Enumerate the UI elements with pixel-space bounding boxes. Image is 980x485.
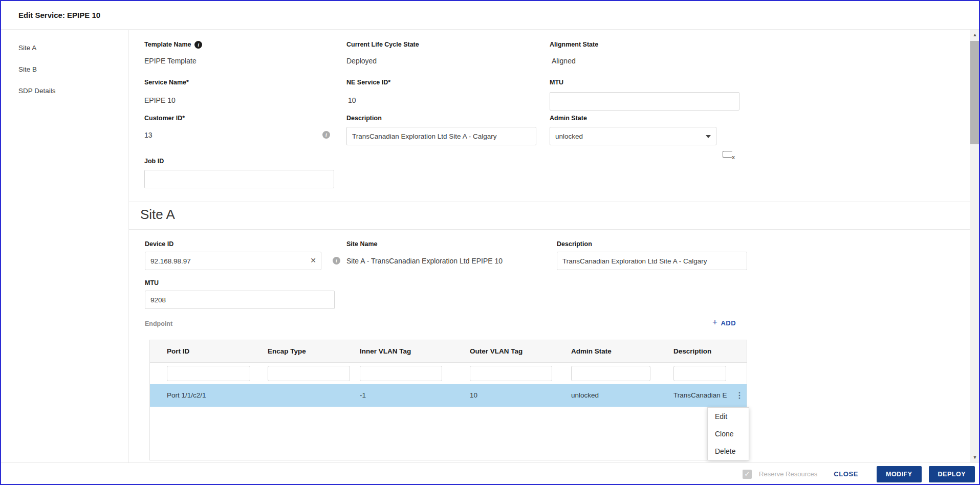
kebab-menu-icon[interactable]: ⋮ bbox=[734, 390, 745, 401]
dialog-title: Edit Service: EPIPE 10 bbox=[18, 11, 100, 19]
endpoint-table-filter-row bbox=[150, 363, 747, 384]
footer-bar: ✓ Reserve Resources CLOSE MODIFY DEPLOY bbox=[1, 462, 979, 485]
clear-icon[interactable]: ✕ bbox=[310, 256, 316, 264]
menu-item-delete[interactable]: Delete bbox=[708, 443, 749, 460]
service-name-label: Service Name* bbox=[144, 79, 189, 86]
table-row[interactable]: Port 1/1/c2/1 -1 10 unlocked TransCanadi… bbox=[150, 384, 747, 407]
customer-id-value: 13 bbox=[144, 131, 153, 139]
cell-description: TransCanadian E bbox=[673, 391, 731, 399]
customer-id-label: Customer ID* bbox=[144, 115, 185, 122]
template-name-value: EPIPE Template bbox=[144, 57, 197, 65]
mtu-label: MTU bbox=[550, 79, 563, 86]
filter-input-description[interactable] bbox=[673, 366, 726, 381]
add-endpoint-button[interactable]: + ADD bbox=[712, 318, 736, 327]
sidebar-item-site-a[interactable]: Site A bbox=[1, 37, 128, 59]
menu-item-edit[interactable]: Edit bbox=[708, 408, 749, 425]
sidebar: Site A Site B SDP Details bbox=[1, 30, 128, 462]
cell-admin-state: unlocked bbox=[571, 391, 599, 399]
edit-service-dialog: Edit Service: EPIPE 10 Site A Site B SDP… bbox=[0, 0, 980, 485]
service-name-value: EPIPE 10 bbox=[144, 96, 176, 104]
filter-input-encap-type[interactable] bbox=[268, 366, 350, 381]
scrollbar-thumb[interactable] bbox=[970, 41, 979, 144]
filter-input-outer-vlan[interactable] bbox=[470, 366, 552, 381]
alignment-state-label: Alignment State bbox=[550, 41, 598, 48]
alignment-state-value: Aligned bbox=[552, 57, 576, 65]
site-a-description-label: Description bbox=[557, 240, 592, 248]
site-a-mtu-label: MTU bbox=[145, 279, 159, 286]
device-id-label: Device ID bbox=[145, 240, 173, 248]
site-a-heading: Site A bbox=[140, 207, 175, 223]
device-id-input[interactable] bbox=[145, 252, 321, 270]
column-header-inner-vlan: Inner VLAN Tag bbox=[360, 347, 411, 355]
column-header-port-id: Port ID bbox=[167, 347, 189, 355]
info-icon[interactable]: i bbox=[322, 131, 330, 139]
column-header-encap-type: Encap Type bbox=[268, 347, 306, 355]
menu-item-clone[interactable]: Clone bbox=[708, 425, 749, 443]
filter-input-inner-vlan[interactable] bbox=[360, 366, 442, 381]
description-input[interactable] bbox=[346, 127, 536, 145]
section-divider bbox=[129, 229, 970, 230]
close-button[interactable]: CLOSE bbox=[834, 470, 858, 478]
ne-service-id-value: 10 bbox=[348, 96, 356, 104]
chevron-down-icon bbox=[706, 135, 711, 138]
scroll-up-icon[interactable]: ▲ bbox=[970, 31, 980, 39]
endpoint-label: Endpoint bbox=[145, 320, 172, 327]
column-header-description: Description bbox=[673, 347, 711, 355]
site-name-label: Site Name bbox=[346, 240, 377, 248]
section-divider bbox=[129, 202, 970, 202]
sidebar-item-sdp-details[interactable]: SDP Details bbox=[1, 80, 128, 102]
column-header-admin-state: Admin State bbox=[571, 347, 612, 355]
sidebar-item-site-b[interactable]: Site B bbox=[1, 59, 128, 80]
site-name-value: Site A - TransCanadian Exploration Ltd E… bbox=[346, 257, 503, 265]
admin-state-label: Admin State bbox=[550, 115, 587, 122]
column-header-outer-vlan: Outer VLAN Tag bbox=[470, 347, 522, 355]
life-cycle-state-label: Current Life Cycle State bbox=[346, 41, 419, 48]
endpoint-table-header: Port ID Encap Type Inner VLAN Tag Outer … bbox=[150, 340, 747, 363]
deploy-button[interactable]: DEPLOY bbox=[929, 466, 975, 482]
cell-outer-vlan: 10 bbox=[470, 391, 477, 399]
job-id-input[interactable] bbox=[144, 170, 334, 188]
cell-port-id: Port 1/1/c2/1 bbox=[167, 391, 206, 399]
reserve-resources-checkbox[interactable]: ✓ bbox=[743, 470, 752, 479]
admin-state-select[interactable]: unlocked bbox=[550, 127, 716, 145]
site-a-description-input[interactable] bbox=[557, 252, 747, 270]
info-icon[interactable]: i bbox=[194, 41, 202, 49]
life-cycle-state-value: Deployed bbox=[346, 57, 377, 65]
titlebar: Edit Service: EPIPE 10 bbox=[1, 1, 979, 30]
description-label: Description bbox=[346, 115, 382, 122]
row-context-menu: Edit Clone Delete bbox=[707, 407, 749, 460]
plus-icon: + bbox=[712, 317, 717, 327]
template-name-label: Template Name i bbox=[144, 41, 202, 49]
filter-input-port-id[interactable] bbox=[167, 366, 250, 381]
reserve-resources-label: Reserve Resources bbox=[759, 470, 817, 478]
endpoint-table: Port ID Encap Type Inner VLAN Tag Outer … bbox=[149, 340, 747, 460]
vertical-scrollbar[interactable]: ▲ ▼ bbox=[970, 30, 980, 462]
info-icon[interactable]: i bbox=[333, 257, 340, 264]
site-a-mtu-input[interactable] bbox=[145, 291, 335, 309]
job-id-label: Job ID bbox=[144, 158, 164, 165]
mtu-input[interactable] bbox=[550, 92, 739, 111]
filter-input-admin-state[interactable] bbox=[571, 366, 650, 381]
deselect-icon[interactable]: x bbox=[723, 150, 735, 159]
cell-inner-vlan: -1 bbox=[360, 391, 366, 399]
modify-button[interactable]: MODIFY bbox=[877, 466, 922, 482]
ne-service-id-label: NE Service ID* bbox=[346, 79, 390, 86]
scroll-down-icon[interactable]: ▼ bbox=[970, 453, 980, 461]
